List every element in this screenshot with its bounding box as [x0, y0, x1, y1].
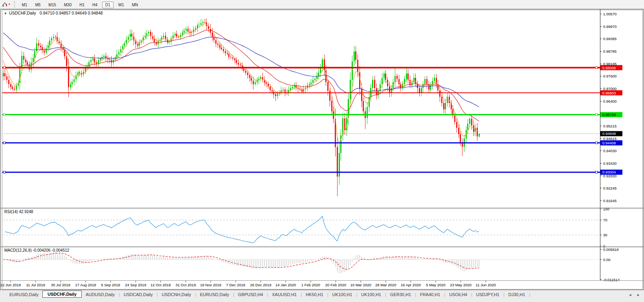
date-axis-label: 7 Dec 2019 [226, 283, 246, 287]
chart-tab-FRA40-H1[interactable]: FRA40,H1 [416, 291, 444, 298]
date-axis-label: 24 Sep 2019 [125, 283, 146, 287]
timeframe-button-M30[interactable]: M30 [61, 2, 75, 8]
svg-text:0.98785: 0.98785 [603, 49, 616, 53]
date-axis-label: 22 Jun 2019 [0, 283, 21, 287]
timeframe-button-M1[interactable]: M1 [19, 2, 31, 8]
svg-text:0.98185: 0.98185 [603, 62, 616, 66]
timeframe-button-M15[interactable]: M15 [45, 2, 59, 8]
chart-tab-bar: EURUSD,DailyUSDCHF,DailyAUDUSD,Daily|USD… [0, 290, 644, 302]
svg-text:0.94848: 0.94848 [602, 131, 616, 136]
chart-tab-GBPUSD-H4[interactable]: GBPUSD,H4 [234, 291, 267, 298]
date-axis-label: 11 Jul 2019 [26, 283, 45, 287]
date-axis-label: 11 Jun 2020 [476, 283, 496, 287]
svg-text:0.92245: 0.92245 [603, 186, 616, 190]
chart-tab-XAUUSD-H1[interactable]: XAUUSD,H1 [268, 291, 301, 298]
svg-text:0.93430: 0.93430 [603, 161, 616, 166]
svg-text:0.00: 0.00 [603, 258, 611, 262]
rsi-indicator-label: RSI(14) 42.9248 [4, 210, 33, 214]
svg-text:70: 70 [603, 218, 607, 222]
chart-tab-UK100-H1[interactable]: UK100,H1 [357, 291, 385, 298]
timeframe-button-group: M1M5M15M30H1H4D1W1MN [18, 1, 142, 8]
svg-text:0.97600: 0.97600 [603, 74, 616, 78]
collapse-chart-icon[interactable]: ▼ [4, 12, 7, 15]
chart-tab-AUDUSD-Daily[interactable]: AUDUSD,Daily [82, 291, 119, 298]
date-axis-label: 31 Oct 2019 [176, 283, 196, 287]
chart-window-outer-frame [1, 9, 644, 290]
chart-tab-USDJPY-H1[interactable]: USDJPY,H1 [472, 291, 503, 298]
date-axis-label: 12 Oct 2019 [150, 283, 171, 287]
svg-text:0.005818: 0.005818 [603, 247, 619, 252]
timeframe-button-H4[interactable]: H4 [89, 2, 101, 8]
date-axis-label: 19 Nov 2019 [200, 283, 221, 287]
toolbar-grip [14, 1, 15, 7]
draw-tool-button[interactable]: ▾ [0, 1, 12, 8]
date-axis-label: 5 May 2020 [426, 283, 446, 287]
tab-separator: | [529, 292, 530, 297]
mt4-terminal: 0.980080.968030.957580.944080.930040.948… [0, 0, 644, 302]
date-axis-label: 23 May 2020 [450, 283, 472, 287]
chart-ohlc-values: 0.94710 0.94857 0.94649 0.94848 [40, 11, 103, 15]
chart-header: ▼USDCHF,Daily0.94710 0.94857 0.94649 0.9… [4, 11, 103, 15]
svg-text:0.94408: 0.94408 [602, 141, 616, 145]
tab-scroll-left-icon[interactable]: ◄ [628, 293, 632, 297]
dropdown-caret-icon[interactable]: ▾ [9, 3, 10, 6]
chart-tab-DJ30-H1[interactable]: DJ30,H1 [505, 291, 529, 298]
chart-tab-USOil-H4[interactable]: USOil,H4 [445, 291, 471, 298]
svg-text:30: 30 [603, 233, 607, 237]
chart-tab-GER30-H1[interactable]: GER30,H1 [386, 291, 415, 298]
svg-text:0.91645: 0.91645 [603, 199, 616, 203]
chart-tab-UK100-H1[interactable]: UK100,H1 [328, 291, 356, 298]
svg-text:0.96400: 0.96400 [603, 99, 616, 103]
tab-scroll-controls: ◄ ► [628, 293, 640, 297]
chart-symbol-period: USDCHF,Daily [9, 11, 36, 15]
date-axis-label: 5 Sep 2019 [101, 283, 120, 287]
chart-tab-USDCHF-Daily[interactable]: USDCHF,Daily [42, 291, 82, 298]
date-axis-label: 14 Jan 2020 [275, 283, 296, 287]
svg-text:0.95758: 0.95758 [602, 112, 616, 117]
svg-text:0.96803: 0.96803 [602, 91, 616, 95]
draw-tool-icon [2, 2, 8, 7]
date-axis-label: 16 Apr 2020 [401, 283, 421, 287]
date-axis-label: 28 Mar 2020 [375, 283, 396, 287]
timeframe-button-M5[interactable]: M5 [32, 2, 44, 8]
timeframe-button-H1[interactable]: H1 [76, 2, 88, 8]
tab-scroll-right-icon[interactable]: ► [637, 293, 640, 297]
chart-tab-EURUSD-Daily[interactable]: EURUSD,Daily [6, 291, 42, 298]
svg-text:0.95215: 0.95215 [603, 124, 616, 128]
date-axis-label: 26 Dec 2019 [250, 283, 272, 287]
chart-tab-USDCNH-Daily[interactable]: USDCNH,Daily [158, 291, 195, 298]
date-axis-label: 30 Jul 2019 [51, 283, 70, 287]
current-price-tag: 0.94848 [600, 131, 622, 136]
timeframe-button-D1[interactable]: D1 [102, 2, 114, 8]
chart-tab-USDCAD-Daily[interactable]: USDCAD,Daily [120, 291, 157, 298]
date-axis-label: 20 Feb 2020 [325, 283, 346, 287]
svg-text:-0.011514: -0.011514 [603, 278, 620, 282]
chart-canvas[interactable]: 0.980080.968030.957580.944080.930040.948… [0, 0, 644, 302]
svg-text:0.92830: 0.92830 [603, 174, 616, 178]
date-axis-label: 10 Mar 2020 [350, 283, 371, 287]
svg-text:0.99970: 0.99970 [603, 24, 616, 29]
svg-text:0.94030: 0.94030 [603, 149, 616, 153]
svg-text:0.97000: 0.97000 [603, 87, 616, 91]
macd-indicator-label: MACD(12,26,9) -0.004206 -0.004512 [4, 248, 69, 252]
chart-tab-HK50-H1[interactable]: HK50,H1 [302, 291, 327, 298]
date-axis: 22 Jun 201911 Jul 201930 Jul 201917 Aug … [0, 281, 600, 290]
svg-text:0.94615: 0.94615 [603, 136, 616, 141]
chart-tabs: EURUSD,DailyUSDCHF,DailyAUDUSD,Daily|USD… [6, 290, 530, 298]
date-axis-label: 1 Feb 2020 [301, 283, 320, 287]
timeframe-button-MN[interactable]: MN [129, 2, 141, 8]
svg-text:0.98008: 0.98008 [602, 66, 616, 70]
svg-text:1.00570: 1.00570 [603, 12, 616, 16]
chart-tab-EURUSD-Daily[interactable]: EURUSD,Daily [196, 291, 233, 298]
svg-text:0.99385: 0.99385 [603, 37, 616, 41]
timeframe-button-W1[interactable]: W1 [115, 2, 127, 8]
top-toolbar: ▾ M1M5M15M30H1H4D1W1MN [0, 0, 644, 9]
date-axis-label: 17 Aug 2019 [75, 283, 96, 287]
